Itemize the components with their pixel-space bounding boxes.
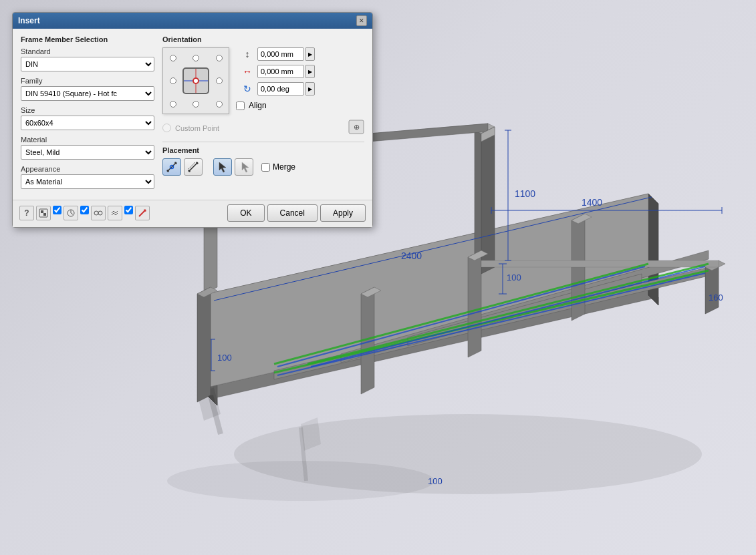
insert-dialog: Insert ✕ Frame Member Selection Standard… — [12, 12, 373, 228]
standard-label: Standard — [21, 47, 154, 55]
toolbar-check3[interactable] — [124, 206, 133, 214]
toolbar-check2[interactable] — [80, 206, 89, 214]
svg-point-80 — [94, 211, 98, 215]
orient-radio-tr[interactable] — [209, 48, 229, 67]
orientation-values: ↕ ▶ ↔ ▶ — [236, 47, 364, 114]
svg-line-68 — [188, 162, 198, 172]
toolbar-check1[interactable] — [53, 206, 61, 214]
horizontal-offset-input[interactable] — [257, 65, 304, 78]
apply-button[interactable]: Apply — [320, 204, 366, 222]
svg-text:1100: 1100 — [515, 188, 535, 199]
placement-tools: Merge — [162, 158, 364, 176]
orientation-preview — [162, 47, 229, 114]
orientation-box — [162, 47, 229, 114]
multi-draw-btn[interactable] — [184, 158, 203, 176]
align-row: Align — [236, 101, 364, 110]
svg-line-79 — [71, 213, 73, 214]
select-mode-btn[interactable] — [235, 158, 253, 176]
draw-along-btn[interactable] — [162, 158, 181, 176]
icon-btn-2[interactable] — [64, 206, 78, 220]
svg-rect-76 — [43, 213, 46, 216]
custom-point-row: Custom Point ⊕ — [162, 120, 364, 136]
orient-radio-bl[interactable] — [163, 94, 182, 114]
orient-radio-bc[interactable] — [182, 94, 209, 114]
align-label: Align — [249, 101, 267, 110]
size-label: Size — [21, 106, 154, 114]
orient-radio-mc[interactable] — [182, 67, 209, 94]
standard-field: Standard DIN AISC EN — [21, 47, 154, 71]
icon2 — [66, 208, 76, 218]
placement-section: Placement — [162, 142, 364, 176]
rotation-input[interactable] — [257, 82, 304, 96]
ok-button[interactable]: OK — [227, 204, 264, 222]
appearance-label: Appearance — [21, 165, 154, 173]
vertical-arrow-icon: ↕ — [240, 49, 255, 59]
close-button[interactable]: ✕ — [356, 15, 367, 26]
family-label: Family — [21, 77, 154, 85]
family-select[interactable]: DIN 59410 (Square) - Hot fc — [21, 86, 154, 101]
multi-draw-icon — [187, 161, 199, 173]
svg-text:1400: 1400 — [582, 197, 602, 208]
placement-title: Placement — [162, 146, 364, 154]
align-checkbox[interactable] — [236, 102, 245, 110]
merge-checkbox[interactable] — [261, 163, 270, 172]
two-column-layout: Frame Member Selection Standard DIN AISC… — [21, 35, 364, 194]
icon5 — [138, 208, 147, 218]
dialog-title: Insert — [18, 16, 40, 25]
material-select[interactable]: Steel, Mild Stainless Steel — [21, 145, 154, 160]
size-select[interactable]: 60x60x4 50x50x3 80x80x5 — [21, 116, 154, 130]
cursor-icon — [217, 161, 229, 173]
icon-btn-1[interactable] — [36, 206, 51, 220]
svg-line-64 — [167, 162, 176, 172]
appearance-select[interactable]: As Material Custom — [21, 174, 154, 189]
h-offset-wrap: ▶ — [257, 65, 364, 78]
icon4 — [110, 208, 120, 218]
merge-label: Merge — [273, 162, 295, 172]
icon-btn-5[interactable] — [135, 206, 150, 220]
snap-icon: ⊕ — [348, 120, 364, 134]
cancel-button[interactable]: Cancel — [267, 204, 318, 222]
rotation-wrap: ▶ — [257, 82, 364, 96]
rotation-arrow-btn[interactable]: ▶ — [305, 82, 315, 96]
merge-row: Merge — [261, 162, 295, 172]
dialog-titlebar: Insert ✕ — [13, 13, 372, 29]
svg-text:160: 160 — [709, 293, 723, 303]
orient-radio-tl[interactable] — [163, 48, 182, 67]
orientation-section: ↕ ▶ ↔ ▶ — [162, 47, 364, 114]
custom-point-label: Custom Point — [175, 124, 219, 132]
svg-point-1 — [167, 461, 434, 501]
svg-marker-58 — [197, 287, 211, 402]
svg-text:⊕: ⊕ — [354, 123, 360, 131]
family-field: Family DIN 59410 (Square) - Hot fc — [21, 77, 154, 101]
horizontal-arrow-icon: ↔ — [240, 66, 255, 77]
svg-text:100: 100 — [428, 476, 443, 486]
vertical-offset-input[interactable] — [257, 47, 304, 61]
horizontal-offset-row: ↔ ▶ — [236, 65, 364, 78]
dialog-body: Frame Member Selection Standard DIN AISC… — [13, 29, 372, 200]
v-offset-wrap: ▶ — [257, 47, 364, 61]
svg-marker-23 — [468, 250, 481, 357]
standard-select[interactable]: DIN AISC EN — [21, 57, 154, 71]
orient-radio-mr[interactable] — [209, 67, 229, 94]
help-btn[interactable]: ? — [19, 206, 34, 220]
orient-radio-tc[interactable] — [182, 48, 209, 67]
orientation-panel: Orientation — [162, 35, 364, 194]
snap-settings-btn[interactable]: ⊕ — [348, 120, 364, 136]
icon-btn-3[interactable] — [91, 206, 106, 220]
svg-point-81 — [98, 211, 102, 215]
h-offset-arrow-btn[interactable]: ▶ — [305, 65, 315, 78]
material-label: Material — [21, 136, 154, 144]
rotation-icon: ↻ — [240, 83, 255, 94]
draw-along-icon — [166, 161, 178, 173]
select-icon — [238, 161, 250, 173]
footer-left: ? — [19, 206, 150, 220]
vertical-offset-row: ↕ ▶ — [236, 47, 364, 61]
cursor-select-btn[interactable] — [213, 158, 232, 176]
v-offset-arrow-btn[interactable]: ▶ — [305, 47, 315, 61]
orient-radio-ml[interactable] — [163, 67, 182, 94]
icon1 — [39, 208, 48, 218]
orient-radio-br[interactable] — [209, 94, 229, 114]
center-dot — [193, 77, 199, 84]
orientation-radio-grid — [163, 48, 229, 114]
icon-btn-4[interactable] — [108, 206, 122, 220]
